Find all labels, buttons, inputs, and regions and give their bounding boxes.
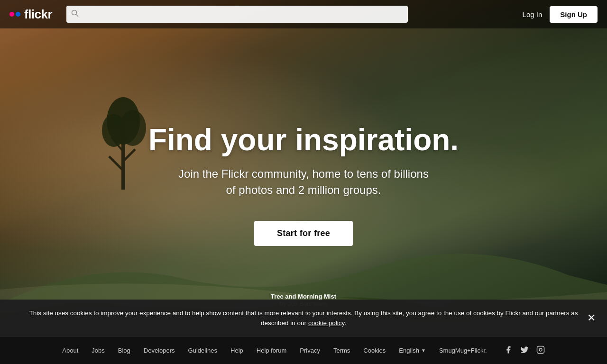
footer-help[interactable]: Help xyxy=(230,347,243,354)
start-for-free-button[interactable]: Start for free xyxy=(254,220,353,246)
search-input[interactable] xyxy=(66,6,408,23)
footer-guidelines[interactable]: Guidelines xyxy=(188,347,217,354)
footer-jobs[interactable]: Jobs xyxy=(92,347,104,354)
footer-social xyxy=(504,346,545,356)
facebook-icon[interactable] xyxy=(504,346,513,356)
login-button[interactable]: Log In xyxy=(523,10,543,18)
footer-smugmug[interactable]: SmugMug+Flickr. xyxy=(439,347,487,354)
cookie-policy-link[interactable]: cookie policy xyxy=(308,319,344,327)
svg-rect-13 xyxy=(537,346,544,353)
logo-text: flickr xyxy=(24,7,52,22)
hero-subtitle-line1: Join the Flickr community, home to tens … xyxy=(178,167,429,180)
footer-about[interactable]: About xyxy=(62,347,78,354)
footer-terms[interactable]: Terms xyxy=(333,347,350,354)
header: flickr Log In Sign Up xyxy=(0,0,607,28)
hero-subtitle: Join the Flickr community, home to tens … xyxy=(90,166,517,198)
twitter-icon[interactable] xyxy=(520,346,529,356)
language-selector[interactable]: English ▼ xyxy=(399,347,426,354)
footer-cookies[interactable]: Cookies xyxy=(363,347,386,354)
cookie-banner: This site uses cookies to improve your e… xyxy=(0,300,607,337)
instagram-icon[interactable] xyxy=(536,346,545,356)
footer-helpforum[interactable]: Help forum xyxy=(257,347,287,354)
logo-dots xyxy=(9,12,20,17)
logo-dot-blue xyxy=(16,12,20,17)
chevron-down-icon: ▼ xyxy=(421,348,426,353)
language-label: English xyxy=(399,347,419,354)
header-actions: Log In Sign Up xyxy=(523,6,598,23)
photo-title: Tree and Morning Mist xyxy=(271,293,336,300)
hero-subtitle-line2: of photos and 2 million groups. xyxy=(226,183,381,196)
footer-developers[interactable]: Developers xyxy=(144,347,175,354)
footer: About Jobs Blog Developers Guidelines He… xyxy=(0,337,607,364)
footer-privacy[interactable]: Privacy xyxy=(300,347,320,354)
flickr-logo[interactable]: flickr xyxy=(9,7,52,22)
hero-title: Find your inspiration. xyxy=(90,123,517,156)
search-bar xyxy=(66,6,408,23)
logo-dot-pink xyxy=(9,12,14,17)
hero-content: Find your inspiration. Join the Flickr c… xyxy=(90,123,517,246)
signup-button[interactable]: Sign Up xyxy=(550,6,598,23)
cookie-close-button[interactable]: ✕ xyxy=(587,313,596,323)
cookie-period: . xyxy=(344,319,346,327)
cookie-message: This site uses cookies to improve your e… xyxy=(29,309,578,327)
footer-blog[interactable]: Blog xyxy=(118,347,130,354)
